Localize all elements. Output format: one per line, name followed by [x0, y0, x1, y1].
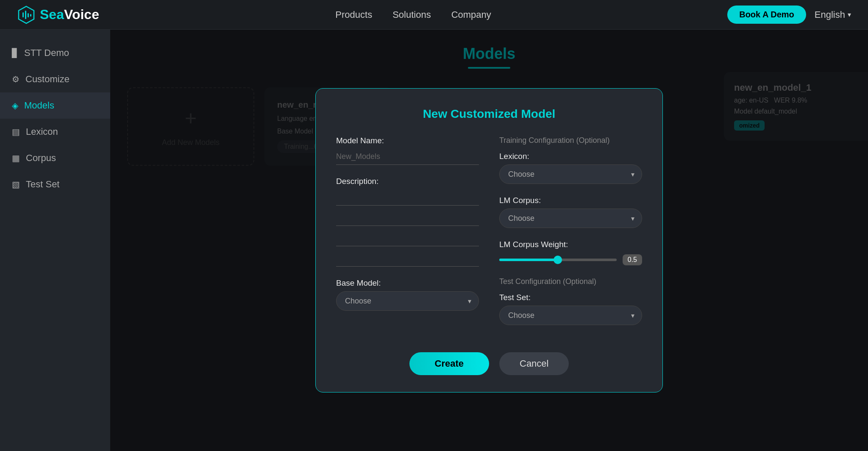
- header: SeaVoice Products Solutions Company Book…: [0, 0, 868, 30]
- sidebar-item-label: STT Demo: [24, 47, 69, 58]
- book-demo-button[interactable]: Book A Demo: [727, 6, 806, 24]
- description-lines: [336, 189, 479, 267]
- description-line-3[interactable]: [336, 230, 479, 246]
- test-config-label: Test Configuration (Optional): [499, 277, 642, 286]
- slider-fill: [499, 259, 558, 261]
- description-line-4[interactable]: [336, 251, 479, 267]
- sidebar: ▊ STT Demo ⚙ Customize ◈ Models ▤ Lexico…: [0, 30, 110, 451]
- sidebar-item-corpus[interactable]: ▦ Corpus: [0, 145, 110, 171]
- lm-corpus-select[interactable]: Choose: [499, 209, 642, 228]
- test-set-label: Test Set:: [499, 293, 642, 302]
- base-model-label: Base Model:: [336, 278, 479, 288]
- sidebar-item-customize[interactable]: ⚙ Customize: [0, 66, 110, 92]
- language-label: English: [815, 9, 845, 20]
- sidebar-item-models[interactable]: ◈ Models: [0, 92, 110, 119]
- sidebar-item-label: Corpus: [26, 153, 56, 164]
- nav-company[interactable]: Company: [451, 9, 491, 20]
- svg-rect-3: [28, 13, 29, 17]
- description-line-1[interactable]: [336, 189, 479, 206]
- modal-right: Training Configuration (Optional) Lexico…: [499, 136, 642, 337]
- modal-title: New Customized Model: [336, 107, 642, 121]
- slider-value: 0.5: [623, 254, 642, 265]
- sidebar-item-stt-demo[interactable]: ▊ STT Demo: [0, 40, 110, 66]
- nav-solutions[interactable]: Solutions: [392, 9, 431, 20]
- base-model-select-wrapper: Choose ▾: [336, 291, 479, 311]
- modal-footer: Create Cancel: [336, 352, 642, 375]
- main-content: Models + Add New Models new_en_model_2 L…: [110, 30, 868, 451]
- corpus-icon: ▦: [12, 153, 20, 163]
- sidebar-item-label: Test Set: [26, 179, 59, 190]
- slider-track: [499, 259, 617, 261]
- sidebar-item-label: Models: [24, 100, 54, 111]
- slider-row: 0.5: [499, 254, 642, 265]
- create-button[interactable]: Create: [409, 352, 489, 375]
- lm-corpus-label: LM Corpus:: [499, 196, 642, 205]
- lm-corpus-weight-group: LM Corpus Weight: 0.5: [499, 240, 642, 265]
- lexicon-icon: ▤: [12, 127, 20, 137]
- test-set-icon: ▧: [12, 179, 20, 189]
- modal-body: Model Name: Description: Base Model:: [336, 136, 642, 337]
- slider-thumb[interactable]: [554, 256, 562, 264]
- sidebar-item-label: Lexicon: [26, 126, 58, 137]
- base-model-group: Base Model: Choose ▾: [336, 278, 479, 311]
- test-set-select[interactable]: Choose: [499, 306, 642, 325]
- main-nav: Products Solutions Company: [335, 9, 491, 20]
- test-set-group: Test Set: Choose ▾: [499, 293, 642, 325]
- lexicon-select-wrapper: Choose ▾: [499, 164, 642, 184]
- description-line-2[interactable]: [336, 210, 479, 226]
- stt-demo-icon: ▊: [12, 48, 18, 58]
- test-set-select-wrapper: Choose ▾: [499, 306, 642, 325]
- sidebar-item-test-set[interactable]: ▧ Test Set: [0, 171, 110, 198]
- lm-corpus-select-wrapper: Choose ▾: [499, 209, 642, 228]
- description-group: Description:: [336, 177, 479, 267]
- model-name-input[interactable]: [336, 149, 479, 165]
- language-chevron-icon: ▾: [848, 11, 851, 19]
- lexicon-select[interactable]: Choose: [499, 164, 642, 184]
- nav-products[interactable]: Products: [335, 9, 372, 20]
- svg-rect-2: [25, 11, 26, 19]
- description-label: Description:: [336, 177, 479, 186]
- logo: SeaVoice: [17, 6, 99, 24]
- cancel-button[interactable]: Cancel: [499, 352, 569, 375]
- new-model-modal: New Customized Model Model Name: Descrip…: [315, 88, 663, 393]
- nav-actions: Book A Demo English ▾: [727, 6, 851, 24]
- model-name-label: Model Name:: [336, 136, 479, 145]
- customize-icon: ⚙: [12, 74, 19, 84]
- training-config-label: Training Configuration (Optional): [499, 136, 642, 145]
- sidebar-item-lexicon[interactable]: ▤ Lexicon: [0, 119, 110, 145]
- lexicon-group: Lexicon: Choose ▾: [499, 152, 642, 184]
- lm-corpus-group: LM Corpus: Choose ▾: [499, 196, 642, 228]
- lexicon-label: Lexicon:: [499, 152, 642, 161]
- modal-left: Model Name: Description: Base Model:: [336, 136, 479, 337]
- logo-text: SeaVoice: [40, 7, 99, 22]
- base-model-select[interactable]: Choose: [336, 291, 479, 311]
- sidebar-item-label: Customize: [25, 74, 70, 85]
- models-icon: ◈: [12, 100, 18, 111]
- lm-corpus-weight-label: LM Corpus Weight:: [499, 240, 642, 249]
- language-selector[interactable]: English ▾: [815, 9, 851, 20]
- svg-rect-1: [22, 12, 24, 17]
- model-name-group: Model Name:: [336, 136, 479, 165]
- logo-icon: [17, 6, 36, 24]
- svg-rect-4: [30, 14, 31, 17]
